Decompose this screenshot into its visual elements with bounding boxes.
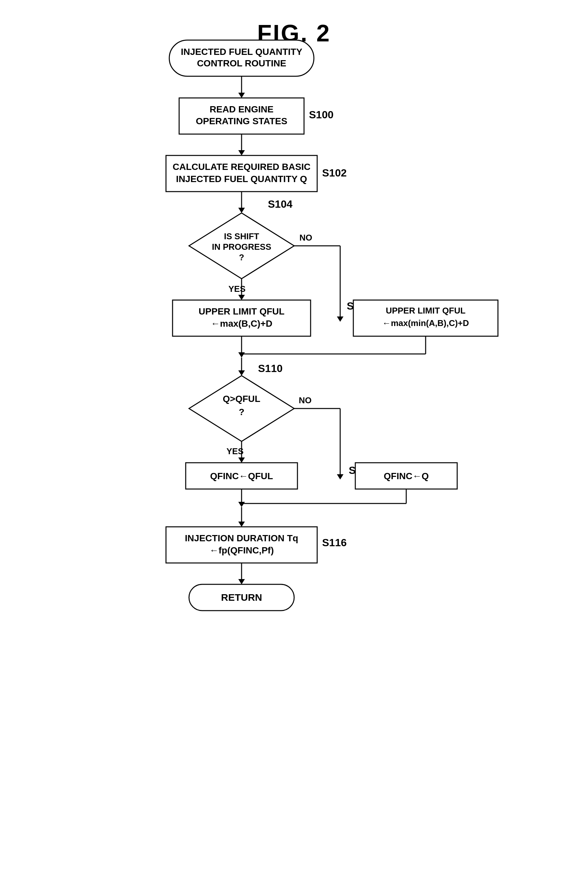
svg-marker-16: [238, 208, 245, 213]
svg-text:RETURN: RETURN: [221, 592, 262, 603]
svg-text:←max(B,C)+D: ←max(B,C)+D: [211, 318, 272, 328]
svg-text:UPPER LIMIT QFUL: UPPER LIMIT QFUL: [386, 306, 465, 315]
svg-text:READ ENGINE: READ ENGINE: [209, 104, 273, 114]
svg-rect-66: [166, 527, 317, 563]
svg-text:S110: S110: [258, 363, 283, 374]
svg-text:QFINC←QFUL: QFINC←QFUL: [210, 471, 273, 481]
svg-marker-63: [238, 502, 245, 507]
svg-marker-4: [238, 93, 245, 98]
svg-marker-71: [238, 579, 245, 584]
svg-text:INJECTED FUEL QUANTITY: INJECTED FUEL QUANTITY: [181, 46, 302, 57]
svg-text:S116: S116: [322, 537, 347, 549]
svg-marker-32: [337, 316, 344, 322]
svg-text:OPERATING STATES: OPERATING STATES: [195, 116, 287, 126]
svg-text:?: ?: [238, 407, 244, 417]
svg-text:IS SHIFT: IS SHIFT: [224, 231, 259, 241]
svg-text:YES: YES: [226, 446, 243, 456]
svg-marker-65: [238, 522, 245, 527]
svg-marker-10: [238, 150, 245, 156]
svg-text:YES: YES: [228, 284, 246, 294]
svg-text:INJECTION DURATION Tq: INJECTION DURATION Tq: [185, 533, 298, 543]
svg-marker-56: [337, 474, 344, 480]
svg-text:←fp(QFINC,Pf): ←fp(QFINC,Pf): [209, 545, 274, 555]
svg-rect-26: [172, 300, 310, 336]
svg-text:?: ?: [239, 252, 244, 262]
svg-text:INJECTED FUEL QUANTITY Q: INJECTED FUEL QUANTITY Q: [176, 174, 307, 184]
svg-text:QFINC←Q: QFINC←Q: [384, 471, 429, 481]
svg-text:S102: S102: [322, 167, 347, 179]
svg-text:S100: S100: [309, 109, 334, 121]
svg-text:NO: NO: [299, 232, 312, 243]
svg-text:IN PROGRESS: IN PROGRESS: [212, 242, 271, 252]
svg-text:S104: S104: [268, 198, 292, 210]
svg-text:Q>QFUL: Q>QFUL: [222, 394, 260, 404]
svg-text:UPPER LIMIT QFUL: UPPER LIMIT QFUL: [198, 306, 284, 316]
svg-rect-11: [166, 156, 317, 192]
svg-marker-40: [238, 352, 245, 358]
svg-text:NO: NO: [299, 395, 312, 405]
flowchart-svg: INJECTED FUEL QUANTITY CONTROL ROUTINE R…: [64, 33, 524, 822]
svg-marker-42: [238, 370, 245, 376]
svg-marker-48: [238, 458, 245, 463]
svg-marker-23: [238, 295, 245, 300]
svg-text:←max(min(A,B),C)+D: ←max(min(A,B),C)+D: [382, 318, 469, 328]
flowchart-svg-container: INJECTED FUEL QUANTITY CONTROL ROUTINE R…: [0, 33, 588, 822]
svg-text:CALCULATE REQUIRED BASIC: CALCULATE REQUIRED BASIC: [172, 162, 310, 172]
svg-text:CONTROL ROUTINE: CONTROL ROUTINE: [197, 58, 286, 68]
